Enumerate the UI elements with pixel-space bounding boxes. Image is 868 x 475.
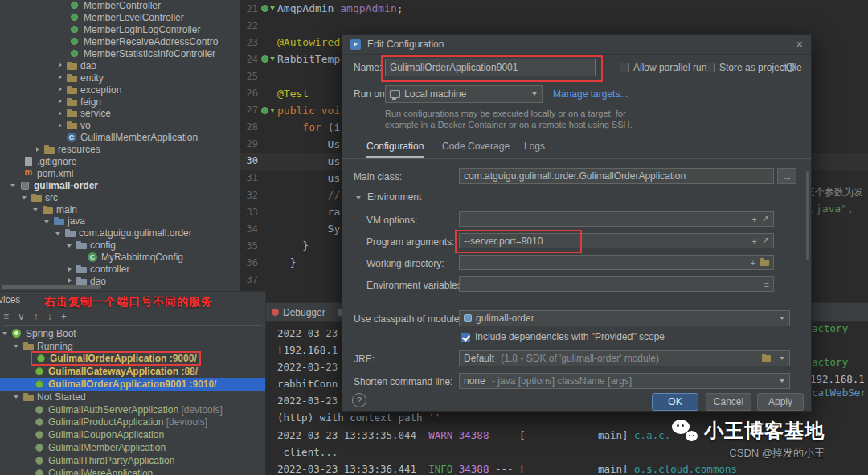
chevron-icon[interactable]	[13, 392, 22, 401]
include-provided-checkbox[interactable]	[461, 333, 470, 342]
tree-item[interactable]: GulimallMemberApplication	[0, 132, 240, 144]
manage-targets-link[interactable]: Manage targets...	[553, 88, 628, 100]
tree-item[interactable]: .gitignore	[0, 156, 240, 168]
chevron-icon[interactable]	[66, 265, 75, 274]
gutter-bean-icon[interactable]	[258, 17, 277, 34]
chevron-icon[interactable]	[24, 354, 33, 363]
gutter-bean-icon[interactable]	[258, 153, 277, 170]
tree-item[interactable]: vo	[0, 120, 240, 132]
chevron-icon[interactable]	[59, 38, 68, 47]
tree-item[interactable]: entity	[0, 72, 240, 84]
tree-item[interactable]: config	[0, 240, 240, 252]
services-toolbar-icon[interactable]: ≡	[3, 311, 9, 322]
dialog-title-bar[interactable]: Edit Configuration ×	[342, 35, 811, 55]
tree-item[interactable]: dao	[0, 59, 240, 72]
service-item[interactable]: GulimallProductApplication [devtools]	[0, 416, 265, 429]
browse-main-class-button[interactable]: ...	[777, 168, 796, 184]
chevron-icon[interactable]	[77, 253, 86, 262]
gutter-bean-icon[interactable]	[258, 68, 277, 84]
services-toolbar-icon[interactable]: +	[61, 311, 67, 322]
tree-item[interactable]: controller	[0, 264, 240, 276]
chevron-icon[interactable]	[32, 205, 41, 214]
shorten-command-line-select[interactable]: none - java [options] className [args]	[459, 373, 790, 389]
chevron-icon[interactable]	[59, 14, 68, 23]
tab-code-coverage[interactable]: Code Coverage	[442, 141, 510, 156]
main-class-input[interactable]: com.atguigu.gulimall.order.GulimallOrder…	[459, 168, 774, 184]
gutter-bean-icon[interactable]	[258, 119, 277, 136]
chevron-icon[interactable]	[55, 229, 63, 238]
expand-icon[interactable]: ↗	[762, 235, 769, 246]
classpath-module-select[interactable]: gulimall-order	[459, 310, 790, 326]
run-on-select[interactable]: Local machine	[385, 85, 542, 103]
help-button[interactable]: ?	[352, 393, 366, 407]
vm-options-input[interactable]: +↗	[459, 211, 774, 227]
service-item[interactable]: GulimallOrderApplication9001 :9010/	[0, 378, 265, 391]
tree-item[interactable]: gulimall-order	[0, 179, 240, 191]
chevron-icon[interactable]	[56, 109, 65, 118]
service-item[interactable]: GulimallWareApplication	[0, 467, 265, 475]
tab-logs[interactable]: Logs	[524, 141, 545, 156]
gutter-bean-icon[interactable]	[258, 102, 277, 119]
tree-item[interactable]: MemberLoginLogController	[0, 24, 240, 36]
service-item[interactable]: Not Started	[0, 391, 265, 403]
store-as-project-file-checkbox[interactable]	[706, 63, 715, 72]
tree-item[interactable]: MemberStatisticsInfoController	[0, 48, 240, 60]
service-item[interactable]: Running	[0, 340, 265, 353]
environment-variables-input[interactable]: ≡	[459, 276, 774, 292]
chevron-icon[interactable]	[24, 418, 33, 427]
chevron-icon[interactable]	[24, 469, 33, 475]
gutter-bean-icon[interactable]	[258, 272, 277, 289]
cancel-button[interactable]: Cancel	[706, 393, 751, 411]
service-item[interactable]: GulimallOrderApplication :9000/	[0, 353, 265, 366]
gutter-bean-icon[interactable]	[258, 84, 277, 101]
gutter-bean-icon[interactable]	[258, 186, 277, 203]
chevron-icon[interactable]	[43, 217, 52, 226]
environment-section-header[interactable]: Environment	[355, 191, 421, 203]
jre-select[interactable]: Default (1.8 - SDK of 'gulimall-order' m…	[459, 350, 790, 366]
tree-item[interactable]: pom.xml	[0, 167, 240, 179]
chevron-icon[interactable]	[56, 133, 65, 142]
services-toolbar-icon[interactable]: ↓	[47, 311, 52, 322]
tree-item[interactable]: exception	[0, 84, 240, 96]
chevron-icon[interactable]	[21, 193, 30, 202]
service-item[interactable]: GulimallCouponApplication	[0, 428, 265, 441]
chevron-icon[interactable]	[66, 241, 75, 250]
service-item[interactable]: GulimallMemberApplication	[0, 441, 265, 454]
plus-icon[interactable]: +	[751, 215, 756, 224]
chevron-icon[interactable]	[24, 444, 33, 452]
chevron-icon[interactable]	[10, 181, 18, 190]
tree-item[interactable]: main	[0, 203, 240, 215]
chevron-icon[interactable]	[56, 85, 65, 94]
gear-icon[interactable]	[786, 63, 795, 72]
ok-button[interactable]: OK	[652, 393, 698, 411]
dialog-scrollbar[interactable]	[806, 171, 809, 260]
gutter-bean-icon[interactable]	[258, 170, 277, 186]
gutter-bean-icon[interactable]	[258, 136, 277, 153]
chevron-icon[interactable]	[59, 26, 68, 35]
services-toolbar-icon[interactable]: ∨	[18, 311, 25, 322]
tree-item[interactable]: src	[0, 191, 240, 203]
working-directory-input[interactable]: +	[459, 255, 774, 270]
chevron-icon[interactable]	[56, 121, 65, 130]
chevron-icon[interactable]	[59, 50, 68, 59]
plus-icon[interactable]: +	[751, 258, 755, 268]
chevron-icon[interactable]	[59, 2, 68, 10]
chevron-icon[interactable]	[56, 61, 65, 70]
gutter-bean-icon[interactable]	[258, 51, 277, 68]
gutter-bean-icon[interactable]	[258, 0, 277, 17]
chevron-icon[interactable]	[24, 456, 33, 465]
tab-debugger[interactable]: Debugger	[272, 307, 326, 318]
close-icon[interactable]: ×	[796, 38, 803, 51]
tree-item[interactable]: MemberLevelController	[0, 12, 240, 24]
expand-icon[interactable]: ↗	[762, 214, 769, 224]
tree-item[interactable]: com.atguigu.gulimall.order	[0, 227, 240, 240]
tree-item[interactable]: MyRabbitmqConfig	[0, 252, 240, 264]
tree-item[interactable]: feign	[0, 96, 240, 108]
chevron-icon[interactable]	[56, 73, 65, 82]
chevron-icon[interactable]	[13, 342, 22, 350]
allow-parallel-run-checkbox[interactable]	[620, 63, 629, 72]
chevron-icon[interactable]	[2, 329, 10, 338]
service-item[interactable]: GulimallGatewayApplication :88/	[0, 365, 265, 378]
folder-icon[interactable]	[762, 355, 771, 362]
apply-button[interactable]: Apply	[757, 393, 804, 411]
